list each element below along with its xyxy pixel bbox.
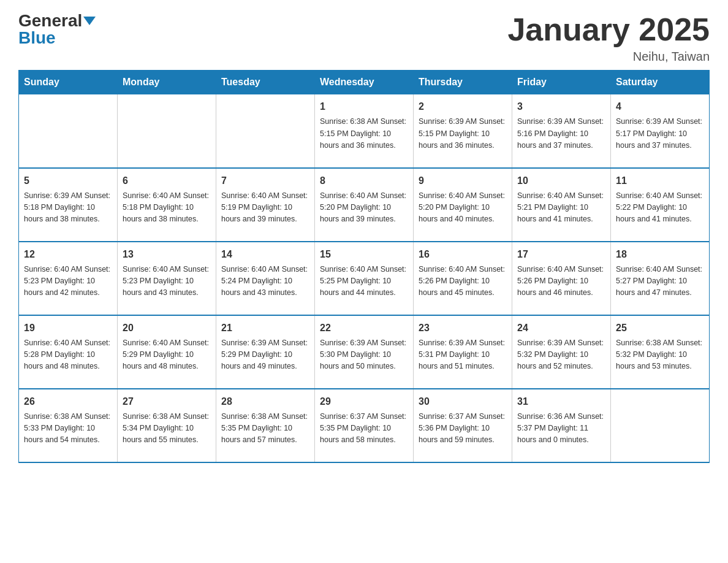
weekday-header-tuesday: Tuesday (216, 71, 315, 94)
calendar-cell: 18Sunrise: 6:40 AM Sunset: 5:27 PM Dayli… (611, 242, 710, 315)
day-info: Sunrise: 6:37 AM Sunset: 5:35 PM Dayligh… (320, 411, 408, 446)
calendar-cell: 25Sunrise: 6:38 AM Sunset: 5:32 PM Dayli… (611, 315, 710, 389)
logo-blue-text: Blue (18, 29, 56, 47)
day-number: 31 (517, 394, 605, 409)
calendar-cell: 21Sunrise: 6:39 AM Sunset: 5:29 PM Dayli… (216, 315, 315, 389)
day-number: 25 (616, 321, 704, 335)
day-number: 30 (419, 394, 507, 409)
day-number: 18 (616, 247, 704, 262)
calendar-cell (216, 94, 315, 168)
calendar-cell: 29Sunrise: 6:37 AM Sunset: 5:35 PM Dayli… (315, 389, 414, 462)
calendar-table: SundayMondayTuesdayWednesdayThursdayFrid… (18, 70, 710, 463)
day-number: 22 (320, 321, 408, 335)
calendar-cell: 14Sunrise: 6:40 AM Sunset: 5:24 PM Dayli… (216, 242, 315, 315)
calendar-cell: 22Sunrise: 6:39 AM Sunset: 5:30 PM Dayli… (315, 315, 414, 389)
day-number: 5 (24, 174, 112, 188)
calendar-week-row: 12Sunrise: 6:40 AM Sunset: 5:23 PM Dayli… (19, 242, 710, 315)
day-number: 13 (123, 247, 211, 262)
day-info: Sunrise: 6:40 AM Sunset: 5:26 PM Dayligh… (517, 264, 605, 299)
day-info: Sunrise: 6:37 AM Sunset: 5:36 PM Dayligh… (419, 411, 507, 446)
day-info: Sunrise: 6:39 AM Sunset: 5:31 PM Dayligh… (419, 337, 507, 373)
calendar-cell: 19Sunrise: 6:40 AM Sunset: 5:28 PM Dayli… (19, 315, 118, 389)
calendar-cell: 3Sunrise: 6:39 AM Sunset: 5:16 PM Daylig… (512, 94, 611, 168)
calendar-cell (19, 94, 118, 168)
weekday-header-monday: Monday (118, 71, 216, 94)
calendar-cell (611, 389, 710, 462)
calendar-cell: 4Sunrise: 6:39 AM Sunset: 5:17 PM Daylig… (611, 94, 710, 168)
calendar-cell: 7Sunrise: 6:40 AM Sunset: 5:19 PM Daylig… (216, 168, 315, 242)
day-info: Sunrise: 6:40 AM Sunset: 5:20 PM Dayligh… (419, 190, 507, 226)
calendar-title: January 2025 (507, 12, 710, 47)
day-info: Sunrise: 6:36 AM Sunset: 5:37 PM Dayligh… (517, 411, 605, 446)
calendar-subtitle: Neihu, Taiwan (507, 50, 710, 64)
calendar-week-row: 5Sunrise: 6:39 AM Sunset: 5:18 PM Daylig… (19, 168, 710, 242)
day-info: Sunrise: 6:40 AM Sunset: 5:22 PM Dayligh… (616, 190, 704, 226)
day-info: Sunrise: 6:40 AM Sunset: 5:18 PM Dayligh… (123, 190, 211, 226)
calendar-cell: 16Sunrise: 6:40 AM Sunset: 5:26 PM Dayli… (414, 242, 512, 315)
calendar-cell: 23Sunrise: 6:39 AM Sunset: 5:31 PM Dayli… (414, 315, 512, 389)
day-number: 28 (221, 394, 309, 409)
weekday-header-sunday: Sunday (19, 71, 118, 94)
day-number: 16 (419, 247, 507, 262)
day-number: 9 (419, 174, 507, 188)
calendar-cell (118, 94, 216, 168)
day-number: 27 (123, 394, 211, 409)
day-info: Sunrise: 6:38 AM Sunset: 5:33 PM Dayligh… (24, 411, 112, 446)
day-info: Sunrise: 6:40 AM Sunset: 5:21 PM Dayligh… (517, 190, 605, 226)
title-section: January 2025 Neihu, Taiwan (507, 12, 710, 64)
calendar-cell: 2Sunrise: 6:39 AM Sunset: 5:15 PM Daylig… (414, 94, 512, 168)
day-info: Sunrise: 6:40 AM Sunset: 5:24 PM Dayligh… (221, 264, 309, 299)
day-info: Sunrise: 6:40 AM Sunset: 5:23 PM Dayligh… (24, 264, 112, 299)
day-info: Sunrise: 6:39 AM Sunset: 5:30 PM Dayligh… (320, 337, 408, 373)
day-number: 24 (517, 321, 605, 335)
day-number: 4 (616, 99, 704, 114)
calendar-cell: 28Sunrise: 6:38 AM Sunset: 5:35 PM Dayli… (216, 389, 315, 462)
calendar-cell: 6Sunrise: 6:40 AM Sunset: 5:18 PM Daylig… (118, 168, 216, 242)
calendar-cell: 30Sunrise: 6:37 AM Sunset: 5:36 PM Dayli… (414, 389, 512, 462)
calendar-body: 1Sunrise: 6:38 AM Sunset: 5:15 PM Daylig… (19, 94, 710, 462)
day-number: 10 (517, 174, 605, 188)
day-number: 29 (320, 394, 408, 409)
day-info: Sunrise: 6:39 AM Sunset: 5:29 PM Dayligh… (221, 337, 309, 373)
day-number: 7 (221, 174, 309, 188)
calendar-cell: 15Sunrise: 6:40 AM Sunset: 5:25 PM Dayli… (315, 242, 414, 315)
day-number: 15 (320, 247, 408, 262)
day-info: Sunrise: 6:40 AM Sunset: 5:23 PM Dayligh… (123, 264, 211, 299)
day-info: Sunrise: 6:39 AM Sunset: 5:18 PM Dayligh… (24, 190, 112, 226)
calendar-header: SundayMondayTuesdayWednesdayThursdayFrid… (19, 71, 710, 94)
calendar-cell: 1Sunrise: 6:38 AM Sunset: 5:15 PM Daylig… (315, 94, 414, 168)
calendar-cell: 20Sunrise: 6:40 AM Sunset: 5:29 PM Dayli… (118, 315, 216, 389)
calendar-cell: 8Sunrise: 6:40 AM Sunset: 5:20 PM Daylig… (315, 168, 414, 242)
day-number: 8 (320, 174, 408, 188)
logo: General Blue (18, 12, 96, 47)
day-number: 6 (123, 174, 211, 188)
calendar-week-row: 19Sunrise: 6:40 AM Sunset: 5:28 PM Dayli… (19, 315, 710, 389)
day-info: Sunrise: 6:40 AM Sunset: 5:27 PM Dayligh… (616, 264, 704, 299)
day-number: 14 (221, 247, 309, 262)
day-info: Sunrise: 6:40 AM Sunset: 5:26 PM Dayligh… (419, 264, 507, 299)
weekday-header-thursday: Thursday (414, 71, 512, 94)
day-number: 1 (320, 99, 408, 114)
day-info: Sunrise: 6:40 AM Sunset: 5:19 PM Dayligh… (221, 190, 309, 226)
page-header: General Blue January 2025 Neihu, Taiwan (18, 12, 710, 64)
day-info: Sunrise: 6:40 AM Sunset: 5:25 PM Dayligh… (320, 264, 408, 299)
calendar-week-row: 26Sunrise: 6:38 AM Sunset: 5:33 PM Dayli… (19, 389, 710, 462)
day-info: Sunrise: 6:40 AM Sunset: 5:28 PM Dayligh… (24, 337, 112, 373)
calendar-cell: 31Sunrise: 6:36 AM Sunset: 5:37 PM Dayli… (512, 389, 611, 462)
day-number: 23 (419, 321, 507, 335)
calendar-cell: 11Sunrise: 6:40 AM Sunset: 5:22 PM Dayli… (611, 168, 710, 242)
calendar-cell: 27Sunrise: 6:38 AM Sunset: 5:34 PM Dayli… (118, 389, 216, 462)
day-info: Sunrise: 6:39 AM Sunset: 5:17 PM Dayligh… (616, 116, 704, 151)
day-number: 3 (517, 99, 605, 114)
day-number: 12 (24, 247, 112, 262)
day-info: Sunrise: 6:39 AM Sunset: 5:15 PM Dayligh… (419, 116, 507, 151)
day-info: Sunrise: 6:39 AM Sunset: 5:32 PM Dayligh… (517, 337, 605, 373)
day-number: 2 (419, 99, 507, 114)
day-number: 20 (123, 321, 211, 335)
weekday-header-wednesday: Wednesday (315, 71, 414, 94)
day-info: Sunrise: 6:38 AM Sunset: 5:35 PM Dayligh… (221, 411, 309, 446)
calendar-cell: 9Sunrise: 6:40 AM Sunset: 5:20 PM Daylig… (414, 168, 512, 242)
calendar-cell: 26Sunrise: 6:38 AM Sunset: 5:33 PM Dayli… (19, 389, 118, 462)
calendar-cell: 12Sunrise: 6:40 AM Sunset: 5:23 PM Dayli… (19, 242, 118, 315)
day-number: 26 (24, 394, 112, 409)
